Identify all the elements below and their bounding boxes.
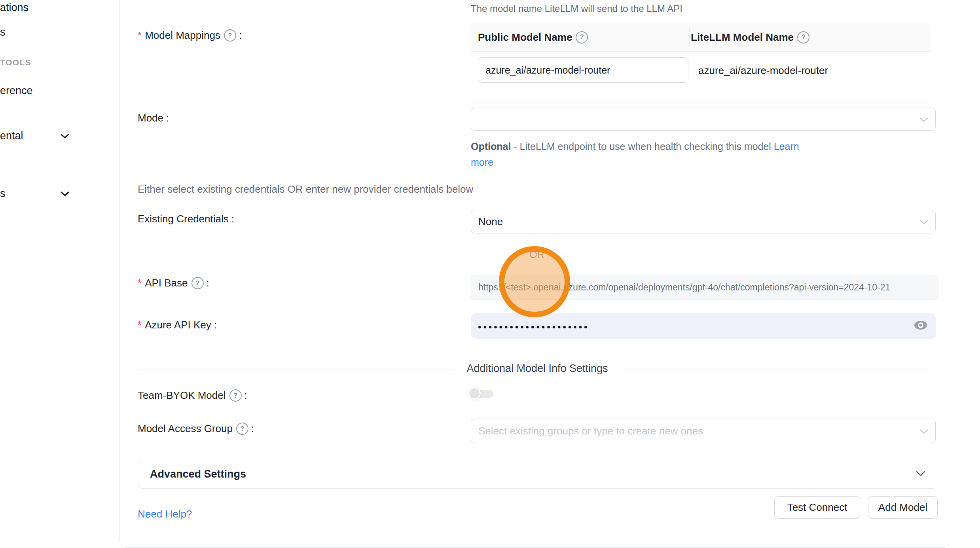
chevron-down-icon (916, 470, 926, 478)
or-divider-line-left (138, 256, 518, 256)
advanced-settings-label: Advanced Settings (150, 468, 246, 480)
required-asterisk: * (138, 29, 142, 42)
credentials-note: Either select existing credentials OR en… (138, 183, 473, 195)
add-model-page: ations s TOOLS erence ental s The model … (0, 0, 980, 548)
test-connect-button[interactable]: Test Connect (774, 496, 860, 519)
masked-api-key-value: ••••••••••••••••••••• (478, 322, 589, 333)
mode-label: Mode : (138, 112, 169, 124)
info-section-title: Additional Model Info Settings (466, 362, 608, 375)
or-divider-line-right (555, 256, 936, 256)
mode-select[interactable] (471, 108, 936, 131)
help-tooltip-icon[interactable]: ? (229, 389, 242, 402)
required-asterisk: * (138, 277, 142, 289)
label-colon: : (207, 277, 209, 289)
sidebar-item-api-reference[interactable]: erence (0, 85, 33, 97)
table-row-divider (471, 102, 931, 102)
label-colon: : (251, 423, 254, 435)
model-mappings-table-header: Public Model Name ? LiteLLM Model Name ? (471, 23, 931, 52)
table-header-divider (689, 28, 690, 47)
public-model-name-input[interactable] (478, 57, 688, 83)
label-colon: : (239, 29, 242, 42)
column-header-public-model-name: Public Model Name ? (478, 31, 691, 44)
help-tooltip-icon[interactable]: ? (797, 31, 809, 44)
existing-credentials-value: None (478, 216, 503, 228)
public-model-name-header-text: Public Model Name (478, 31, 572, 44)
sidebar-item[interactable]: s (0, 26, 6, 38)
help-tooltip-icon[interactable]: ? (224, 29, 236, 42)
api-base-label: * API Base ? : (138, 277, 209, 289)
chevron-down-icon (919, 113, 928, 125)
info-section-divider-left (138, 370, 455, 370)
chevron-down-icon[interactable] (60, 191, 70, 199)
chevron-down-icon (919, 216, 928, 228)
existing-credentials-select[interactable]: None (471, 210, 936, 233)
litellm-model-name-value: azure_ai/azure-model-router (698, 64, 828, 77)
model-access-group-select[interactable]: Select existing groups or type to create… (471, 419, 936, 443)
team-byok-label-text: Team-BYOK Model (138, 389, 226, 402)
or-divider-label: OR (529, 249, 544, 260)
label-colon: : (231, 213, 234, 225)
info-section-divider-right (620, 370, 933, 370)
azure-api-key-input[interactable]: ••••••••••••••••••••• (471, 313, 936, 339)
sidebar-section-tools: TOOLS (0, 58, 31, 67)
team-byok-label: Team-BYOK Model ? : (138, 389, 247, 402)
sidebar-item-experimental[interactable]: ental (0, 130, 23, 142)
sidebar-item-organizations[interactable]: ations (0, 2, 28, 14)
existing-credentials-label-text: Existing Credentials (138, 213, 229, 225)
mode-help-bold: Optional (471, 141, 511, 152)
litellm-model-name-header-text: LiteLLM Model Name (691, 31, 794, 44)
model-name-hint: The model name LiteLLM will send to the … (471, 3, 682, 14)
chevron-down-icon (919, 425, 928, 437)
label-colon: : (214, 319, 217, 331)
api-base-label-text: API Base (145, 277, 188, 289)
azure-api-key-label: * Azure API Key : (138, 319, 217, 331)
toggle-knob (468, 387, 481, 400)
model-access-group-label-text: Model Access Group (138, 423, 233, 435)
mode-help-body: - LiteLLM endpoint to use when health ch… (511, 141, 773, 152)
required-asterisk: * (138, 319, 142, 331)
sidebar-item-settings[interactable]: s (0, 188, 6, 200)
mode-label-text: Mode (138, 112, 163, 124)
label-colon: : (166, 112, 169, 124)
model-access-group-placeholder: Select existing groups or type to create… (478, 425, 703, 437)
model-access-group-label: Model Access Group ? : (138, 423, 254, 435)
help-tooltip-icon[interactable]: ? (576, 31, 588, 44)
add-model-button[interactable]: Add Model (868, 496, 938, 519)
column-header-litellm-model-name: LiteLLM Model Name ? (691, 31, 809, 44)
help-tooltip-icon[interactable]: ? (191, 277, 204, 289)
model-mappings-label: * Model Mappings ? : (138, 29, 242, 42)
existing-credentials-label: Existing Credentials : (138, 213, 234, 225)
advanced-settings-panel[interactable]: Advanced Settings (138, 460, 937, 489)
show-password-eye-icon[interactable] (914, 320, 928, 332)
help-tooltip-icon[interactable]: ? (236, 423, 248, 435)
azure-api-key-label-text: Azure API Key (145, 319, 211, 331)
team-byok-toggle[interactable] (468, 387, 496, 400)
chevron-down-icon[interactable] (60, 133, 70, 141)
need-help-link[interactable]: Need Help? (138, 508, 192, 520)
mode-help-text: Optional - LiteLLM endpoint to use when … (471, 138, 811, 170)
model-mappings-label-text: Model Mappings (145, 29, 220, 42)
api-base-input[interactable]: https://<test>.openai.azure.com/openai/d… (471, 275, 938, 300)
label-colon: : (245, 389, 247, 402)
